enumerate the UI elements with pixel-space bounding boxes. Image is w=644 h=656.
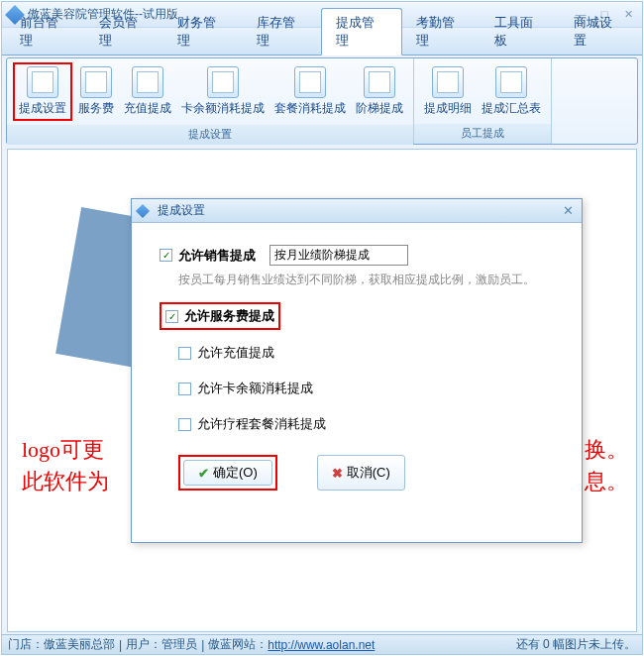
ribbon-item-1-1[interactable]: 提成汇总表 bbox=[478, 62, 545, 120]
ribbon-item-0-5[interactable]: 阶梯提成 bbox=[352, 62, 407, 121]
tab-1[interactable]: 会员管理 bbox=[85, 9, 164, 55]
ribbon-icon bbox=[432, 66, 464, 98]
ribbon-item-0-1[interactable]: 服务费 bbox=[74, 62, 118, 121]
checkbox-opt-3[interactable] bbox=[178, 383, 191, 395]
ribbon-label: 套餐消耗提成 bbox=[274, 100, 346, 117]
label-sales[interactable]: 允许销售提成 bbox=[178, 247, 256, 265]
ribbon-item-0-3[interactable]: 卡余额消耗提成 bbox=[177, 62, 268, 121]
tab-3[interactable]: 库存管理 bbox=[243, 9, 322, 55]
label-opt-2[interactable]: 允许充值提成 bbox=[197, 344, 274, 362]
ribbon-label: 提成明细 bbox=[424, 100, 472, 117]
ribbon-icon bbox=[364, 66, 395, 98]
ribbon-icon bbox=[495, 66, 527, 98]
label-opt-4[interactable]: 允许疗程套餐消耗提成 bbox=[197, 415, 326, 433]
status-upload-info: 还有 0 幅图片未上传。 bbox=[516, 636, 636, 653]
main-tabstrip: 前台管理会员管理财务管理库存管理提成管理考勤管理工具面板商城设置 bbox=[2, 28, 642, 55]
ribbon: 提成设置服务费充值提成卡余额消耗提成套餐消耗提成阶梯提成提成设置提成明细提成汇总… bbox=[6, 57, 638, 145]
help-text: 按员工每月销售业绩达到不同阶梯，获取相应提成比例，激励员工。 bbox=[178, 272, 554, 288]
ribbon-label: 提成设置 bbox=[19, 100, 66, 117]
checkbox-opt-4[interactable] bbox=[178, 418, 191, 431]
bg-text-1: logo可更 bbox=[22, 435, 104, 465]
bg-text-2: 此软件为 bbox=[22, 467, 109, 496]
statusbar: 门店： 傲蓝美丽总部 | 用户： 管理员 | 傲蓝网站： http://www.… bbox=[2, 634, 642, 654]
status-store-prefix: 门店： bbox=[8, 636, 44, 653]
tab-2[interactable]: 财务管理 bbox=[163, 9, 243, 55]
ribbon-label: 提成汇总表 bbox=[482, 100, 541, 117]
status-user: 管理员 bbox=[161, 636, 197, 653]
dialog-icon bbox=[136, 203, 150, 217]
ribbon-icon bbox=[294, 66, 326, 98]
dialog-close-button[interactable]: ✕ bbox=[560, 203, 576, 219]
bg-text-1b: 换。 bbox=[585, 435, 628, 465]
ribbon-item-0-0[interactable]: 提成设置 bbox=[13, 62, 72, 121]
cancel-button[interactable]: ✖取消(C) bbox=[317, 455, 405, 491]
check-icon: ✔ bbox=[198, 466, 209, 481]
ribbon-icon bbox=[207, 66, 239, 98]
cancel-label: 取消(C) bbox=[347, 464, 390, 482]
cancel-icon: ✖ bbox=[332, 466, 343, 481]
status-site-prefix: 傲蓝网站： bbox=[208, 636, 268, 653]
checkbox-opt-1[interactable]: ✓ bbox=[165, 310, 178, 323]
ribbon-icon bbox=[27, 66, 58, 98]
dialog-titlebar: 提成设置 ✕ bbox=[132, 199, 582, 223]
ribbon-item-1-0[interactable]: 提成明细 bbox=[420, 62, 476, 120]
ribbon-icon bbox=[80, 66, 112, 98]
ribbon-label: 充值提成 bbox=[124, 100, 171, 117]
status-site-link[interactable]: http://www.aolan.net bbox=[268, 638, 375, 652]
ribbon-label: 服务费 bbox=[78, 100, 114, 117]
ok-label: 确定(O) bbox=[213, 464, 258, 482]
ribbon-label: 阶梯提成 bbox=[356, 100, 403, 117]
tab-4[interactable]: 提成管理 bbox=[321, 8, 402, 55]
dialog-commission-settings: 提成设置 ✕ ✓允许销售提成按月业绩阶梯提成按员工每月销售业绩达到不同阶梯，获取… bbox=[131, 198, 583, 543]
ribbon-item-0-2[interactable]: 充值提成 bbox=[120, 62, 175, 121]
tab-5[interactable]: 考勤管理 bbox=[402, 9, 482, 55]
tab-7[interactable]: 商城设置 bbox=[560, 9, 639, 55]
ribbon-group-title: 员工提成 bbox=[414, 124, 551, 144]
checkbox-sales[interactable]: ✓ bbox=[160, 249, 172, 262]
dialog-title: 提成设置 bbox=[158, 202, 560, 219]
bg-text-2b: 息。 bbox=[585, 467, 628, 496]
ok-button[interactable]: ✔确定(O) bbox=[183, 460, 272, 486]
tab-6[interactable]: 工具面板 bbox=[481, 9, 560, 55]
status-store: 傲蓝美丽总部 bbox=[44, 636, 115, 653]
ribbon-icon bbox=[132, 66, 163, 98]
label-opt-3[interactable]: 允许卡余额消耗提成 bbox=[197, 380, 313, 397]
label-opt-1[interactable]: 允许服务费提成 bbox=[184, 307, 274, 325]
ribbon-label: 卡余额消耗提成 bbox=[181, 100, 265, 117]
ribbon-group-title: 提成设置 bbox=[7, 125, 413, 145]
select-sales-mode[interactable]: 按月业绩阶梯提成 bbox=[269, 245, 408, 266]
ribbon-item-0-4[interactable]: 套餐消耗提成 bbox=[270, 62, 350, 121]
checkbox-opt-2[interactable] bbox=[178, 347, 191, 360]
status-user-prefix: 用户： bbox=[126, 636, 161, 653]
